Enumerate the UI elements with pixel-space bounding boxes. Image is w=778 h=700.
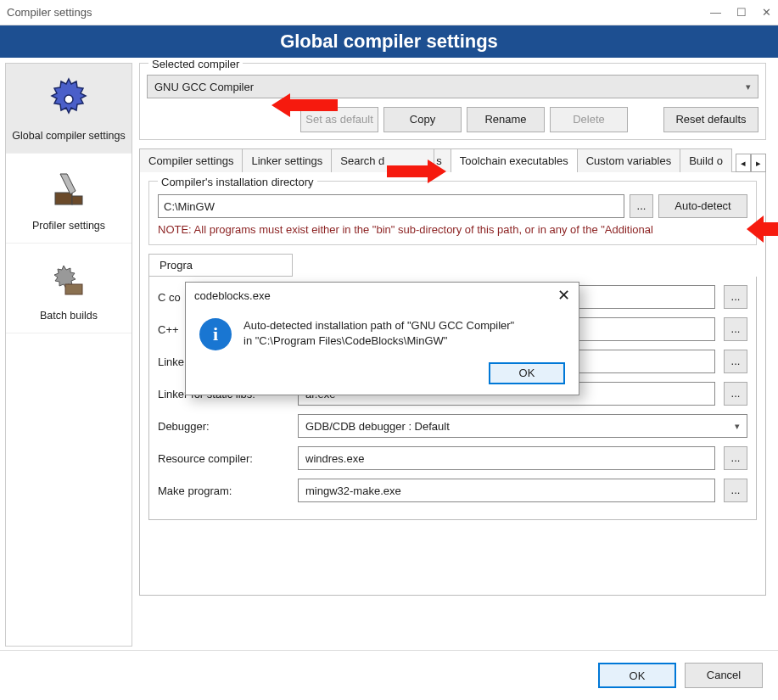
label-debugger: Debugger:	[158, 420, 289, 433]
install-dir-note: NOTE: All programs must exist either in …	[158, 223, 747, 236]
sidebar-item-label: Global compiler settings	[9, 130, 128, 143]
row-debugger: Debugger: GDB/CDB debugger : Default ▾	[158, 414, 747, 438]
autodetect-dialog: codeblocks.exe ✕ i Auto-detected install…	[185, 282, 579, 395]
svg-point-1	[64, 95, 73, 104]
subtab-program-files[interactable]: Progra	[148, 254, 293, 277]
annotation-arrow-1	[271, 91, 339, 120]
tab-build-options[interactable]: Build o	[680, 148, 732, 172]
tab-linker-settings[interactable]: Linker settings	[242, 148, 332, 172]
page-banner: Global compiler settings	[0, 25, 778, 58]
minimize-icon[interactable]: ―	[710, 6, 721, 19]
install-dir-input[interactable]: C:\MinGW	[158, 194, 624, 218]
reset-defaults-button[interactable]: Reset defaults	[663, 107, 758, 132]
dialog-message: Auto-detected installation path of "GNU …	[243, 318, 514, 349]
copy-button[interactable]: Copy	[383, 107, 462, 132]
tab-scroll-right[interactable]: ▸	[751, 154, 766, 172]
rename-button[interactable]: Rename	[467, 107, 545, 132]
cancel-button[interactable]: Cancel	[685, 663, 763, 688]
dialog-ok-button[interactable]: OK	[489, 362, 565, 384]
build-gear-icon	[42, 252, 96, 306]
svg-marker-7	[747, 216, 778, 243]
tab-toolchain-executables[interactable]: Toolchain executables	[451, 148, 578, 172]
label-make-program: Make program:	[158, 484, 289, 497]
install-dir-value: C:\MinGW	[164, 200, 215, 213]
sidebar-item-batch-builds[interactable]: Batch builds	[6, 244, 132, 333]
install-dir-group-title: Compiler's installation directory	[158, 176, 317, 188]
browse-linker-static[interactable]: ...	[724, 382, 747, 406]
field-make-program[interactable]: mingw32-make.exe	[298, 479, 715, 502]
sidebar-item-global-compiler[interactable]: Global compiler settings	[6, 64, 132, 154]
svg-marker-5	[271, 93, 338, 117]
ok-button[interactable]: OK	[598, 663, 676, 688]
svg-rect-2	[55, 193, 72, 204]
row-make-program: Make program: mingw32-make.exe ...	[158, 479, 747, 502]
compiler-select[interactable]: GNU GCC Compiler ▾	[147, 75, 758, 98]
tab-custom-variables[interactable]: Custom variables	[577, 148, 680, 172]
dialog-footer: OK Cancel	[0, 650, 778, 700]
browse-c-compiler[interactable]: ...	[724, 285, 747, 309]
window-title: Compiler settings	[7, 6, 710, 19]
install-dir-group: Compiler's installation directory C:\Min…	[148, 181, 757, 245]
dialog-close-icon[interactable]: ✕	[557, 286, 570, 305]
svg-rect-4	[65, 284, 82, 294]
field-resource-compiler[interactable]: windres.exe	[298, 446, 715, 470]
browse-cpp-compiler[interactable]: ...	[724, 317, 747, 341]
svg-rect-3	[72, 196, 82, 204]
browse-resource-compiler[interactable]: ...	[724, 446, 747, 470]
main-tabs: Compiler settings Linker settings Search…	[139, 148, 766, 172]
program-subtabs: Progra	[148, 254, 757, 277]
browse-button[interactable]: ...	[630, 194, 653, 218]
annotation-arrow-3	[747, 212, 778, 246]
delete-button[interactable]: Delete	[550, 107, 628, 132]
maximize-icon[interactable]: ☐	[736, 6, 747, 19]
window-titlebar: Compiler settings ― ☐ ✕	[0, 0, 778, 25]
sidebar-item-label: Profiler settings	[9, 220, 128, 232]
compiler-select-value: GNU GCC Compiler	[154, 81, 254, 93]
tab-scroll-left[interactable]: ◂	[736, 154, 751, 172]
sidebar: Global compiler settings Profiler settin…	[5, 63, 132, 647]
info-icon: i	[199, 318, 232, 350]
chevron-down-icon: ▾	[746, 81, 751, 92]
sidebar-item-label: Batch builds	[9, 310, 128, 322]
browse-linker[interactable]: ...	[724, 350, 747, 373]
gear-icon	[42, 72, 96, 126]
row-resource-compiler: Resource compiler: windres.exe ...	[158, 446, 747, 470]
dialog-title: codeblocks.exe	[194, 289, 271, 302]
label-resource-compiler: Resource compiler:	[158, 452, 289, 465]
sidebar-item-profiler[interactable]: Profiler settings	[6, 154, 132, 244]
field-debugger[interactable]: GDB/CDB debugger : Default ▾	[298, 414, 747, 438]
chevron-down-icon: ▾	[735, 421, 740, 432]
selected-compiler-group-title: Selected compiler	[148, 58, 243, 70]
browse-make-program[interactable]: ...	[724, 479, 747, 502]
annotation-arrow-2	[387, 158, 446, 185]
selected-compiler-group: Selected compiler GNU GCC Compiler ▾ Set…	[139, 63, 766, 140]
auto-detect-button[interactable]: Auto-detect	[658, 194, 747, 218]
close-icon[interactable]: ✕	[762, 6, 771, 19]
svg-marker-6	[387, 160, 446, 183]
caliper-icon	[42, 162, 96, 216]
tab-compiler-settings[interactable]: Compiler settings	[139, 148, 243, 172]
